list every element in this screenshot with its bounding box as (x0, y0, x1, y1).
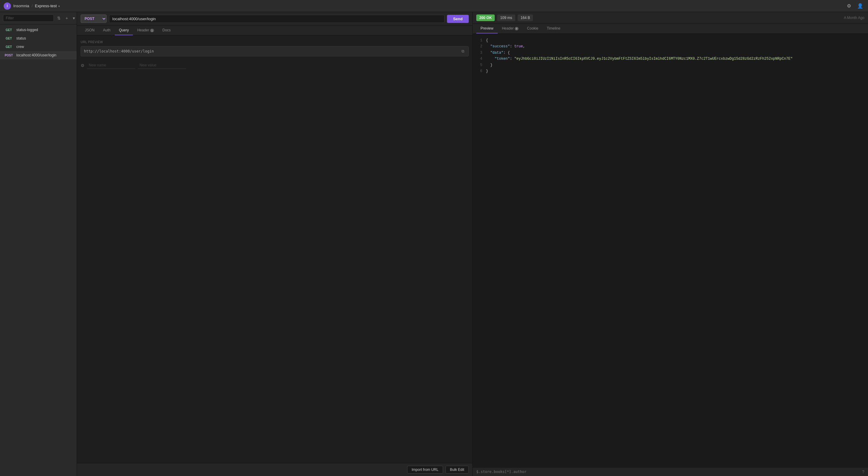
request-content: URL PREVIEW http://localhost:4000/user/l… (77, 36, 472, 463)
bulk-edit-button[interactable]: Bulk Edit (445, 466, 469, 474)
sort-button[interactable]: ⇅ (56, 15, 62, 22)
req-tab-header[interactable]: Header1 (133, 26, 158, 35)
settings-button[interactable]: ⚙ (846, 2, 852, 10)
item-label: crew (16, 45, 24, 49)
url-preview-bar: http://localhost:4000/user/login ⧉ (81, 46, 469, 57)
url-preview-section: URL PREVIEW http://localhost:4000/user/l… (81, 40, 469, 57)
res-tab-timeline[interactable]: Timeline (542, 24, 564, 33)
req-tab-auth[interactable]: Auth (99, 26, 115, 35)
topbar-title: Insomnia / Express-test ▾ (13, 4, 60, 8)
more-button[interactable]: ▾ (71, 15, 76, 22)
help-icon: ? (862, 469, 864, 474)
method-select[interactable]: POST GET PUT DELETE (81, 14, 106, 23)
response-timestamp: A Month Ago (844, 16, 864, 20)
copy-url-button[interactable]: ⧉ (460, 48, 465, 54)
topbar-left: I Insomnia / Express-test ▾ (4, 2, 60, 10)
import-from-url-button[interactable]: Import from URL (407, 466, 443, 474)
method-badge: GET (4, 28, 14, 32)
code-lines: { "success": true, "data": { "token": "e… (486, 37, 864, 74)
status-badge: 200 OK (476, 14, 495, 21)
item-label: status-logged (16, 28, 38, 32)
sidebar-toolbar: ⇅ + ▾ (0, 12, 77, 25)
time-badge: 109 ms (497, 14, 515, 21)
req-tab-query[interactable]: Query (115, 26, 133, 35)
res-tab-preview[interactable]: Preview (476, 24, 498, 33)
res-tab-cookie[interactable]: Cookie (523, 24, 542, 33)
breadcrumb-separator: / (31, 4, 33, 8)
main-layout: ⇅ + ▾ GET status-logged GET status GET c… (0, 12, 868, 476)
sidebar-item-localhost-4000-user-login[interactable]: POST localhost:4000/user/login (0, 51, 77, 60)
response-toolbar: 200 OK 109 ms 164 B A Month Ago (473, 12, 868, 24)
line-numbers: 1 2 3 4 5 6 (476, 37, 482, 74)
jsonpath-input[interactable] (476, 470, 862, 474)
req-tab-json[interactable]: JSON (81, 26, 99, 35)
help-button[interactable]: ? (862, 469, 864, 474)
code-view: 1 2 3 4 5 6 { "success": true, "data": {… (473, 34, 868, 78)
response-tabs: PreviewHeader8CookieTimeline (473, 24, 868, 34)
item-label: status (16, 36, 26, 40)
request-toolbar: POST GET PUT DELETE Send (77, 12, 472, 26)
response-content: 1 2 3 4 5 6 { "success": true, "data": {… (473, 34, 868, 467)
user-button[interactable]: 👤 (856, 2, 864, 10)
item-label: localhost:4000/user/login (16, 53, 57, 57)
copy-icon: ⧉ (462, 49, 464, 54)
sort-icon: ⇅ (57, 16, 61, 21)
add-button[interactable]: + (64, 15, 69, 22)
res-tab-header[interactable]: Header8 (498, 24, 523, 33)
tab-badge: 1 (150, 29, 154, 32)
query-settings-icon: ⚙ (81, 63, 85, 68)
more-icon: ▾ (73, 16, 75, 21)
query-settings-button[interactable]: ⚙ (81, 63, 85, 68)
response-panel: 200 OK 109 ms 164 B A Month Ago PreviewH… (473, 12, 868, 476)
request-panel: POST GET PUT DELETE Send JSONAuthQueryHe… (77, 12, 473, 476)
filter-input[interactable] (3, 14, 54, 22)
project-dropdown-arrow[interactable]: ▾ (58, 4, 60, 8)
response-bottom: ? (473, 467, 868, 476)
topbar-right: ⚙ 👤 (846, 2, 864, 10)
url-input[interactable] (109, 15, 444, 23)
add-icon: + (65, 16, 68, 21)
app-logo: I (4, 2, 11, 10)
method-badge: GET (4, 45, 14, 48)
tab-badge: 8 (515, 27, 519, 31)
send-button[interactable]: Send (447, 15, 469, 23)
size-badge: 164 B (518, 14, 533, 21)
query-new-row: ⚙ (81, 60, 469, 71)
url-preview-text: http://localhost:4000/user/login (84, 49, 458, 54)
sidebar-item-status[interactable]: GET status (0, 34, 77, 42)
sidebar-items: GET status-logged GET status GET crew PO… (0, 25, 77, 476)
query-name-input[interactable] (87, 62, 135, 69)
method-badge: POST (4, 54, 14, 57)
request-tabs: JSONAuthQueryHeader1Docs (77, 26, 472, 36)
sidebar-item-crew[interactable]: GET crew (0, 42, 77, 51)
url-preview-label: URL PREVIEW (81, 40, 469, 44)
topbar: I Insomnia / Express-test ▾ ⚙ 👤 (0, 0, 868, 12)
query-value-input[interactable] (138, 62, 186, 69)
sidebar: ⇅ + ▾ GET status-logged GET status GET c… (0, 12, 77, 476)
user-icon: 👤 (857, 3, 863, 9)
req-tab-docs[interactable]: Docs (158, 26, 175, 35)
sidebar-item-status-logged[interactable]: GET status-logged (0, 26, 77, 34)
settings-icon: ⚙ (847, 3, 851, 9)
method-badge: GET (4, 37, 14, 40)
response-bottom-right: ? (862, 469, 864, 474)
request-bottom: Import from URL Bulk Edit (77, 463, 472, 476)
